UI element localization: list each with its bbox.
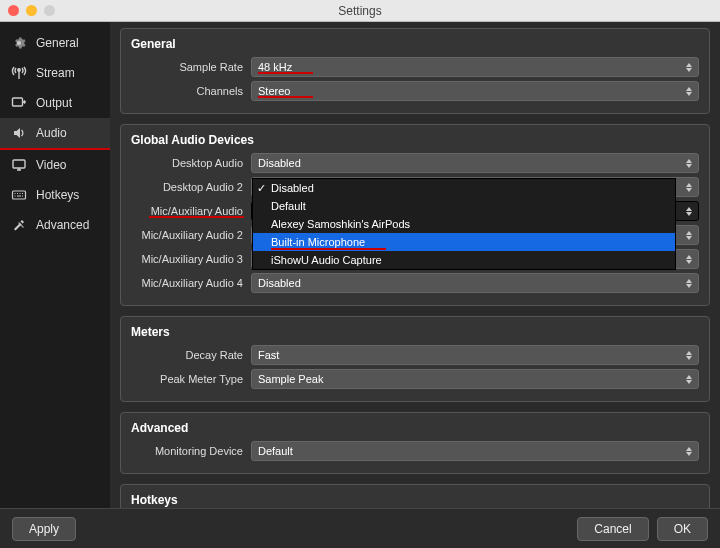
sidebar-item-label: General — [36, 36, 79, 50]
select-channels[interactable]: Stereo — [251, 81, 699, 101]
label-desktop-audio-2: Desktop Audio 2 — [131, 181, 251, 193]
svg-rect-1 — [13, 98, 23, 106]
sidebar-item-general[interactable]: General — [0, 28, 110, 58]
label-mic-aux-3: Mic/Auxiliary Audio 3 — [131, 253, 251, 265]
ok-button[interactable]: OK — [657, 517, 708, 541]
output-icon — [10, 94, 28, 112]
label-decay-rate: Decay Rate — [131, 349, 251, 361]
section-title: Meters — [121, 317, 709, 343]
sidebar-item-label: Hotkeys — [36, 188, 79, 202]
label-mic-aux-2: Mic/Auxiliary Audio 2 — [131, 229, 251, 241]
dropdown-item[interactable]: Disabled — [253, 179, 675, 197]
label-mic-aux-4: Mic/Auxiliary Audio 4 — [131, 277, 251, 289]
stepper-icon — [686, 159, 692, 168]
monitor-icon — [10, 156, 28, 174]
svg-rect-3 — [13, 191, 26, 199]
sidebar-item-label: Advanced — [36, 218, 89, 232]
section-title: Hotkeys — [121, 485, 709, 508]
gear-icon — [10, 34, 28, 52]
sidebar-item-output[interactable]: Output — [0, 88, 110, 118]
dropdown-item[interactable]: iShowU Audio Capture — [253, 251, 675, 269]
dropdown-item[interactable]: Built-in Microphone — [253, 233, 675, 251]
titlebar: Settings — [0, 0, 720, 22]
stepper-icon — [686, 183, 692, 192]
sidebar-item-label: Audio — [36, 126, 67, 140]
label-channels: Channels — [131, 85, 251, 97]
sidebar-item-hotkeys[interactable]: Hotkeys — [0, 180, 110, 210]
section-title: Global Audio Devices — [121, 125, 709, 151]
stepper-icon — [686, 447, 692, 456]
tools-icon — [10, 216, 28, 234]
sidebar-item-audio[interactable]: Audio — [0, 118, 110, 150]
cancel-button[interactable]: Cancel — [577, 517, 648, 541]
sidebar-item-advanced[interactable]: Advanced — [0, 210, 110, 240]
antenna-icon — [10, 64, 28, 82]
footer: Apply Cancel OK — [0, 508, 720, 548]
sidebar-item-label: Output — [36, 96, 72, 110]
select-monitoring-device[interactable]: Default — [251, 441, 699, 461]
stepper-icon — [686, 63, 692, 72]
section-title: Advanced — [121, 413, 709, 439]
svg-point-0 — [18, 69, 20, 71]
select-desktop-audio[interactable]: Disabled — [251, 153, 699, 173]
label-sample-rate: Sample Rate — [131, 61, 251, 73]
label-monitoring-device: Monitoring Device — [131, 445, 251, 457]
sidebar: General Stream Output Audio Video Hotkey… — [0, 22, 110, 508]
select-decay-rate[interactable]: Fast — [251, 345, 699, 365]
dropdown-mic-aux: Disabled Default Alexey Samoshkin's AirP… — [252, 178, 676, 270]
sidebar-item-stream[interactable]: Stream — [0, 58, 110, 88]
dropdown-item[interactable]: Default — [253, 197, 675, 215]
section-meters: Meters Decay Rate Fast Peak Meter Type S… — [120, 316, 710, 402]
section-hotkeys: Hotkeys — [120, 484, 710, 508]
stepper-icon — [686, 351, 692, 360]
section-title: General — [121, 29, 709, 55]
select-mic-aux-4[interactable]: Disabled — [251, 273, 699, 293]
speaker-icon — [10, 124, 28, 142]
select-sample-rate[interactable]: 48 kHz — [251, 57, 699, 77]
label-desktop-audio: Desktop Audio — [131, 157, 251, 169]
sidebar-item-label: Stream — [36, 66, 75, 80]
section-general: General Sample Rate 48 kHz Channels Ster… — [120, 28, 710, 114]
stepper-icon — [686, 87, 692, 96]
stepper-icon — [686, 279, 692, 288]
keyboard-icon — [10, 186, 28, 204]
label-peak-meter: Peak Meter Type — [131, 373, 251, 385]
select-peak-meter[interactable]: Sample Peak — [251, 369, 699, 389]
section-advanced: Advanced Monitoring Device Default — [120, 412, 710, 474]
sidebar-item-label: Video — [36, 158, 66, 172]
stepper-icon — [686, 231, 692, 240]
sidebar-item-video[interactable]: Video — [0, 150, 110, 180]
stepper-icon — [686, 375, 692, 384]
window-title: Settings — [0, 4, 720, 18]
svg-rect-2 — [13, 160, 25, 168]
stepper-icon — [686, 255, 692, 264]
label-mic-aux: Mic/Auxiliary Audio — [131, 205, 251, 217]
stepper-icon — [686, 207, 692, 216]
apply-button[interactable]: Apply — [12, 517, 76, 541]
dropdown-item[interactable]: Alexey Samoshkin's AirPods — [253, 215, 675, 233]
